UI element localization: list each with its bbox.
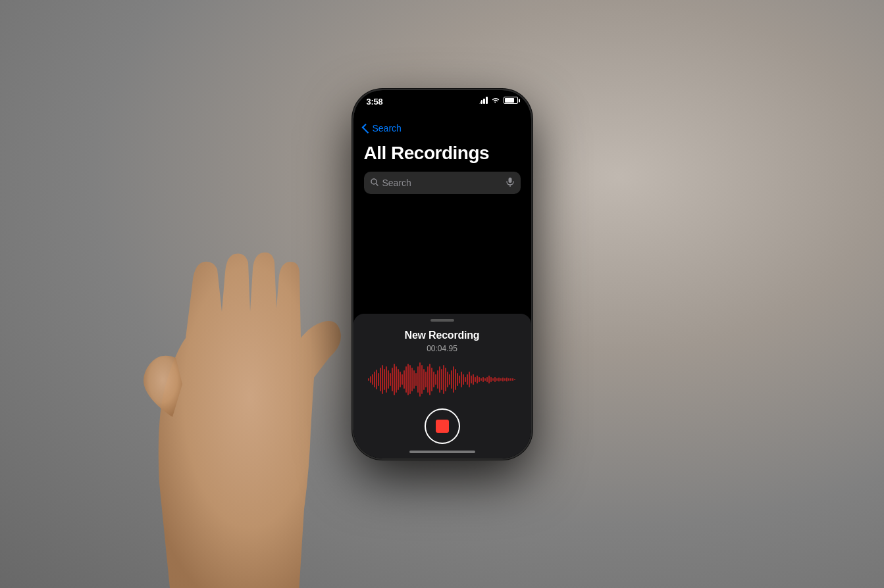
svg-rect-2	[508, 178, 511, 183]
stop-button[interactable]	[425, 408, 460, 444]
svg-rect-21	[402, 374, 403, 385]
svg-rect-35	[429, 364, 430, 395]
search-icon	[371, 178, 378, 188]
svg-rect-8	[376, 370, 377, 389]
page-title: All Recordings	[364, 143, 521, 164]
phone-device: 3:58	[353, 90, 531, 458]
svg-rect-65	[488, 376, 490, 383]
svg-rect-42	[443, 365, 444, 394]
battery-fill	[505, 98, 514, 103]
waveform	[367, 360, 518, 399]
phone-screen: 3:58	[353, 90, 531, 458]
nav-bar: Search	[353, 119, 531, 137]
svg-rect-5	[370, 376, 371, 383]
svg-rect-60	[479, 377, 480, 382]
svg-rect-54	[467, 374, 468, 385]
svg-rect-61	[481, 378, 482, 381]
svg-rect-30	[419, 362, 421, 397]
svg-rect-69	[496, 378, 498, 381]
svg-rect-43	[445, 368, 446, 391]
svg-rect-34	[427, 366, 429, 393]
svg-rect-50	[459, 376, 460, 383]
svg-rect-66	[490, 377, 492, 382]
svg-rect-6	[372, 374, 373, 385]
svg-rect-62	[482, 377, 484, 382]
recording-duration: 00:04.95	[427, 344, 457, 353]
svg-rect-9	[378, 373, 379, 386]
svg-point-0	[371, 179, 377, 184]
svg-rect-7	[374, 372, 375, 387]
panel-handle	[430, 319, 454, 322]
back-label: Search	[373, 123, 402, 134]
svg-rect-19	[398, 369, 399, 390]
back-chevron-icon	[361, 124, 371, 134]
svg-rect-67	[492, 378, 494, 381]
svg-rect-20	[400, 372, 401, 387]
svg-rect-70	[498, 378, 500, 381]
signal-bar-4	[486, 97, 488, 104]
stop-square-icon	[436, 420, 449, 433]
svg-rect-24	[407, 364, 409, 395]
svg-rect-47	[453, 366, 454, 393]
mic-icon	[506, 178, 514, 189]
svg-rect-26	[411, 368, 413, 391]
status-icons	[478, 97, 518, 104]
svg-rect-75	[508, 378, 509, 381]
svg-rect-17	[394, 364, 395, 395]
svg-rect-48	[455, 369, 456, 390]
svg-rect-68	[494, 377, 496, 382]
svg-rect-39	[437, 370, 438, 389]
svg-rect-12	[384, 369, 385, 390]
svg-rect-59	[477, 376, 478, 383]
svg-rect-31	[421, 365, 423, 394]
svg-rect-37	[433, 372, 434, 387]
phone-notch	[403, 90, 482, 109]
svg-rect-15	[390, 373, 391, 386]
svg-rect-58	[475, 377, 476, 382]
svg-rect-38	[435, 374, 436, 385]
svg-rect-44	[447, 372, 448, 387]
svg-rect-57	[473, 374, 474, 385]
svg-rect-32	[423, 369, 425, 390]
svg-rect-40	[439, 366, 440, 393]
svg-rect-18	[396, 366, 397, 393]
home-indicator	[409, 451, 475, 453]
svg-rect-49	[457, 373, 458, 386]
svg-rect-74	[506, 378, 507, 381]
svg-rect-10	[380, 368, 381, 391]
svg-rect-56	[471, 376, 472, 383]
svg-rect-41	[441, 369, 442, 390]
svg-rect-11	[382, 365, 383, 394]
signal-bar-3	[483, 99, 485, 104]
svg-rect-27	[413, 370, 415, 389]
svg-rect-16	[392, 368, 393, 391]
svg-rect-25	[409, 365, 411, 394]
svg-rect-55	[469, 372, 470, 387]
waveform-svg	[367, 360, 518, 399]
svg-rect-78	[514, 379, 515, 380]
back-button[interactable]: Search	[364, 123, 402, 134]
svg-rect-23	[405, 366, 407, 393]
svg-rect-63	[484, 378, 486, 381]
svg-rect-13	[386, 366, 387, 393]
svg-rect-33	[425, 372, 427, 387]
svg-rect-45	[449, 374, 450, 385]
recording-panel: New Recording 00:04.95	[353, 314, 531, 458]
search-placeholder: Search	[382, 178, 502, 188]
svg-rect-46	[451, 370, 452, 389]
svg-rect-52	[463, 374, 464, 385]
svg-rect-22	[403, 370, 405, 389]
svg-rect-4	[368, 378, 369, 381]
svg-rect-53	[465, 377, 466, 382]
svg-rect-14	[388, 370, 389, 389]
svg-rect-64	[486, 377, 488, 382]
search-bar[interactable]: Search	[364, 172, 521, 194]
svg-rect-72	[502, 378, 504, 381]
recording-title: New Recording	[405, 330, 480, 341]
svg-rect-51	[461, 372, 462, 387]
svg-rect-73	[504, 378, 506, 381]
svg-rect-77	[512, 378, 513, 381]
hand-scene: 3:58	[0, 0, 884, 588]
svg-rect-36	[431, 368, 432, 391]
status-time: 3:58	[367, 97, 383, 107]
